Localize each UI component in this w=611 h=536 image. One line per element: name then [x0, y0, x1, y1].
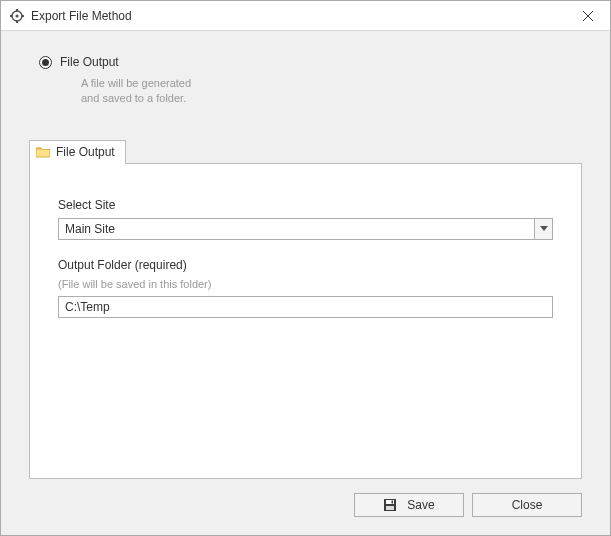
output-folder-hint: (File will be saved in this folder) — [58, 278, 553, 290]
close-button[interactable]: Close — [472, 493, 582, 517]
file-output-radio-label: File Output — [60, 55, 119, 69]
select-site-value: Main Site — [59, 219, 534, 239]
select-site-dropdown-button[interactable] — [534, 219, 552, 239]
folder-icon — [36, 146, 50, 158]
dialog-body: File Output A file will be generated and… — [1, 31, 610, 489]
file-output-radio-row[interactable]: File Output — [39, 55, 582, 69]
tab-file-output-label: File Output — [56, 145, 115, 159]
svg-rect-2 — [16, 20, 18, 23]
file-output-description-line2: and saved to a folder. — [81, 91, 582, 106]
save-button-label: Save — [407, 498, 434, 512]
dialog-footer: Save Close — [1, 489, 610, 535]
window-title: Export File Method — [31, 9, 568, 23]
svg-point-5 — [15, 14, 18, 17]
titlebar: Export File Method — [1, 1, 610, 31]
select-site-label: Select Site — [58, 198, 553, 212]
window-close-button[interactable] — [568, 2, 608, 30]
select-site-dropdown[interactable]: Main Site — [58, 218, 553, 240]
output-folder-input[interactable] — [58, 296, 553, 318]
file-output-description-line1: A file will be generated — [81, 76, 582, 91]
close-button-label: Close — [512, 498, 543, 512]
dialog-window: Export File Method File Output A file wi… — [0, 0, 611, 536]
svg-rect-4 — [21, 15, 24, 17]
close-icon — [583, 11, 593, 21]
tab-area: File Output Select Site Main Site Output… — [29, 140, 582, 479]
tab-file-output[interactable]: File Output — [29, 140, 126, 164]
svg-rect-10 — [392, 501, 394, 504]
svg-rect-11 — [386, 506, 394, 510]
save-button[interactable]: Save — [354, 493, 464, 517]
chevron-down-icon — [540, 226, 548, 232]
tab-strip: File Output — [29, 140, 582, 164]
output-folder-label: Output Folder (required) — [58, 258, 553, 272]
app-icon — [9, 8, 25, 24]
tab-content: Select Site Main Site Output Folder (req… — [29, 163, 582, 479]
save-icon — [383, 498, 397, 512]
svg-rect-3 — [10, 15, 13, 17]
radio-icon — [39, 56, 52, 69]
file-output-description: A file will be generated and saved to a … — [81, 76, 582, 106]
svg-rect-1 — [16, 9, 18, 12]
